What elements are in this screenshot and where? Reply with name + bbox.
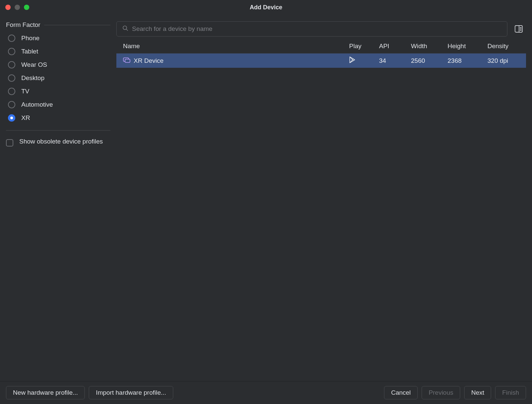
svg-line-1	[126, 29, 128, 31]
cell-play	[344, 53, 374, 68]
cell-name-text: XR Device	[134, 57, 164, 64]
form-factor-header-row: Form Factor	[6, 21, 110, 29]
radio-icon	[8, 61, 15, 68]
form-factor-list: Phone Tablet Wear OS Desktop TV	[6, 34, 110, 122]
radio-label: Tablet	[21, 48, 38, 55]
window-title: Add Device	[250, 4, 282, 11]
details-panel-toggle[interactable]	[511, 21, 526, 37]
col-height-header[interactable]: Height	[443, 39, 483, 53]
divider	[6, 130, 110, 131]
svg-rect-8	[125, 59, 130, 62]
next-button[interactable]: Next	[464, 386, 491, 399]
col-play-header[interactable]: Play	[344, 39, 374, 53]
form-factor-wear-os[interactable]: Wear OS	[8, 61, 108, 68]
details-panel-icon	[514, 25, 523, 33]
table-header-row: Name Play API Width Height Density	[116, 39, 526, 53]
close-window-button[interactable]	[5, 5, 11, 10]
cell-density: 320 dpi	[483, 53, 526, 68]
add-device-window: Add Device Form Factor Phone Tablet Wear	[0, 0, 532, 404]
search-icon	[122, 25, 129, 33]
xr-device-icon	[123, 57, 130, 64]
cell-name: XR Device	[116, 53, 344, 68]
table-row[interactable]: XR Device	[116, 53, 526, 68]
radio-label: Wear OS	[21, 61, 47, 68]
form-factor-phone[interactable]: Phone	[8, 35, 108, 42]
radio-label: TV	[21, 88, 29, 95]
maximize-window-button[interactable]	[24, 5, 29, 10]
content: Form Factor Phone Tablet Wear OS	[0, 15, 532, 381]
sidebar: Form Factor Phone Tablet Wear OS	[0, 15, 116, 381]
col-name-header[interactable]: Name	[116, 39, 344, 53]
import-hardware-profile-button[interactable]: Import hardware profile...	[89, 386, 173, 399]
radio-icon	[8, 35, 15, 42]
show-obsolete-checkbox[interactable]: Show obsolete device profiles	[6, 137, 110, 147]
checkbox-icon	[6, 139, 13, 147]
cell-width: 2560	[406, 53, 443, 68]
play-store-icon	[349, 58, 356, 65]
cell-height: 2368	[443, 53, 483, 68]
radio-label: Desktop	[21, 74, 45, 82]
form-factor-label: Form Factor	[6, 21, 40, 29]
search-box[interactable]	[116, 21, 507, 37]
radio-icon	[8, 114, 15, 122]
col-width-header[interactable]: Width	[406, 39, 443, 53]
search-input[interactable]	[132, 25, 502, 33]
form-factor-automotive[interactable]: Automotive	[8, 101, 108, 108]
main-panel: Name Play API Width Height Density	[116, 15, 532, 381]
minimize-window-button[interactable]	[15, 5, 20, 10]
form-factor-xr[interactable]: XR	[8, 114, 108, 122]
new-hardware-profile-button[interactable]: New hardware profile...	[6, 386, 85, 399]
radio-label: Automotive	[21, 101, 53, 108]
radio-icon	[8, 48, 15, 55]
search-row	[116, 21, 526, 37]
cell-api: 34	[374, 53, 406, 68]
col-api-header[interactable]: API	[374, 39, 406, 53]
col-density-header[interactable]: Density	[483, 39, 526, 53]
finish-button[interactable]: Finish	[495, 386, 526, 399]
device-table-wrap: Name Play API Width Height Density	[116, 39, 526, 381]
form-factor-tv[interactable]: TV	[8, 88, 108, 95]
svg-point-0	[123, 26, 127, 30]
window-controls	[5, 5, 29, 10]
radio-icon	[8, 101, 15, 108]
form-factor-desktop[interactable]: Desktop	[8, 74, 108, 82]
cancel-button[interactable]: Cancel	[384, 386, 418, 399]
divider	[44, 25, 110, 25]
radio-icon	[8, 74, 15, 82]
previous-button[interactable]: Previous	[422, 386, 460, 399]
titlebar: Add Device	[0, 0, 532, 15]
radio-label: Phone	[21, 35, 40, 42]
radio-label: XR	[21, 114, 30, 122]
form-factor-tablet[interactable]: Tablet	[8, 48, 108, 55]
device-table: Name Play API Width Height Density	[116, 39, 526, 68]
footer: New hardware profile... Import hardware …	[0, 381, 532, 404]
radio-icon	[8, 88, 15, 95]
checkbox-label: Show obsolete device profiles	[19, 137, 103, 146]
